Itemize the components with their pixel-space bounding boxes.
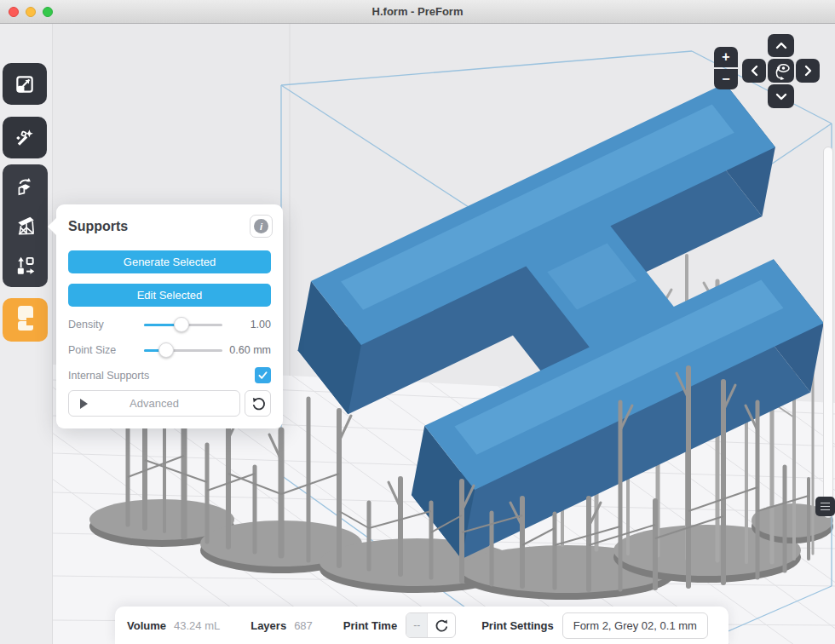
sidebar-tool-orient[interactable]	[3, 167, 48, 206]
print-time-label: Print Time	[343, 619, 397, 632]
volume-label: Volume	[127, 619, 166, 632]
density-slider-thumb[interactable]	[174, 317, 189, 332]
advanced-label: Advanced	[130, 397, 179, 410]
layout-arrange-icon	[14, 254, 37, 276]
refresh-print-time-button[interactable]	[428, 613, 455, 637]
layers-value: 687	[294, 619, 313, 632]
sidebar-tool-layout[interactable]	[3, 245, 48, 285]
chevron-up-icon	[775, 42, 787, 49]
refresh-icon	[435, 618, 449, 633]
density-slider[interactable]	[144, 324, 222, 326]
plus-icon: +	[722, 50, 729, 64]
tool-sidebar	[0, 24, 53, 644]
printer-select-button[interactable]	[3, 298, 48, 342]
zoom-window-button[interactable]	[43, 7, 53, 17]
reset-undo-icon	[250, 396, 266, 411]
info-button[interactable]: i	[250, 215, 273, 238]
layer-slider-handle[interactable]	[815, 497, 835, 516]
rotate-right-button[interactable]	[796, 59, 820, 83]
orbit-eye-icon	[771, 61, 792, 80]
point-size-label: Point Size	[68, 344, 116, 356]
rotate-down-button[interactable]	[768, 84, 794, 108]
print-settings-dropdown[interactable]: Form 2, Grey 02, 0.1 mm	[562, 612, 708, 639]
info-icon: i	[254, 219, 268, 233]
reset-supports-button[interactable]	[245, 390, 271, 417]
print-time-group: --	[406, 612, 456, 638]
print-time-value: --	[406, 613, 428, 637]
window-title: H.form - PreForm	[372, 5, 464, 18]
point-size-slider[interactable]	[144, 349, 222, 352]
window-controls	[9, 7, 53, 17]
orient-rotate-icon	[14, 175, 37, 198]
title-bar: H.form - PreForm	[0, 0, 835, 24]
layers-label: Layers	[250, 619, 286, 632]
density-label: Density	[68, 319, 104, 331]
expand-triangle-icon	[80, 399, 88, 409]
chevron-left-icon	[751, 65, 758, 77]
status-bar: Volume 43.24 mL Layers 687 Print Time --…	[115, 607, 728, 644]
minus-icon: −	[722, 72, 729, 86]
sidebar-tool-one-click[interactable]	[3, 117, 47, 158]
printer-icon	[13, 303, 38, 337]
internal-supports-label: Internal Supports	[68, 370, 149, 382]
zoom-out-button[interactable]: −	[714, 69, 738, 89]
print-settings-label: Print Settings	[481, 619, 554, 632]
internal-supports-row: Internal Supports	[68, 367, 271, 384]
density-value: 1.00	[250, 319, 271, 331]
sidebar-tool-group	[3, 164, 48, 287]
layer-slider-track[interactable]	[823, 147, 833, 518]
density-row: Density 1.00	[68, 316, 271, 333]
sidebar-tool-supports[interactable]	[3, 206, 48, 245]
resize-icon	[14, 73, 36, 95]
rotate-up-button[interactable]	[768, 34, 794, 57]
panel-title: Supports	[68, 219, 128, 234]
generate-selected-button[interactable]: Generate Selected	[68, 250, 271, 273]
minimize-window-button[interactable]	[26, 7, 36, 17]
close-window-button[interactable]	[9, 7, 19, 17]
grip-lines-icon	[821, 503, 830, 504]
point-size-row: Point Size 0.60 mm	[68, 342, 271, 359]
sidebar-tool-size[interactable]	[3, 63, 47, 105]
chevron-right-icon	[804, 65, 812, 77]
point-size-value: 0.60 mm	[229, 344, 271, 356]
point-size-slider-thumb[interactable]	[158, 342, 174, 358]
volume-value: 43.24 mL	[174, 619, 220, 632]
checkmark-icon	[257, 370, 268, 381]
magic-wand-icon	[14, 127, 36, 149]
edit-selected-button[interactable]: Edit Selected	[68, 284, 271, 307]
internal-supports-checkbox[interactable]	[255, 367, 271, 383]
supports-panel: Supports i Generate Selected Edit Select…	[56, 204, 283, 428]
zoom-in-button[interactable]: +	[714, 47, 738, 67]
reset-view-button[interactable]	[768, 59, 794, 83]
chevron-down-icon	[775, 93, 787, 101]
rotate-left-button[interactable]	[742, 59, 766, 83]
advanced-button[interactable]: Advanced	[68, 390, 240, 417]
supports-icon	[14, 215, 37, 237]
panel-pointer-notch	[48, 218, 56, 235]
